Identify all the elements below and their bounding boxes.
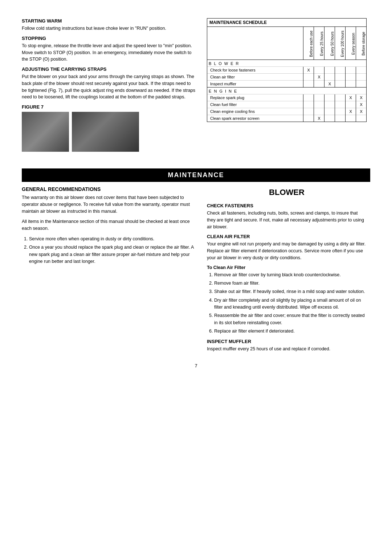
mark: X <box>314 115 324 122</box>
mark <box>346 115 356 122</box>
mark <box>303 115 314 122</box>
mark <box>324 115 335 122</box>
mark <box>314 80 324 87</box>
figure-image-1 <box>22 112 69 152</box>
general-recommendations-para1: The warranty on this air blower does not… <box>22 194 196 215</box>
to-clean-heading: To Clean Air Filter <box>207 265 367 270</box>
mark <box>335 66 346 73</box>
top-section: STARTING WARM Follow cold starting instr… <box>22 18 370 156</box>
mark <box>324 66 335 73</box>
mark <box>314 66 324 73</box>
engine-section-label: E N G I N E <box>207 87 366 94</box>
col-header-storage: Before storage <box>356 27 366 60</box>
item-check-fasteners: Check for loose fasteners <box>207 66 303 73</box>
mark <box>356 66 366 73</box>
mark <box>324 73 335 80</box>
figure-label: FIGURE 7 <box>22 104 196 110</box>
col-header-25: Every 25 hours <box>314 27 324 60</box>
figure-images <box>22 112 196 152</box>
check-fasteners-text: Check all fasteners, including nuts, bol… <box>207 210 367 230</box>
blower-title: BLOWER <box>207 188 367 197</box>
col-header-season: Every season <box>346 27 356 60</box>
check-fasteners-heading: CHECK FASTENERS <box>207 203 367 208</box>
table-row: Replace spark plug X X <box>207 94 366 101</box>
list-item: Dry air filter completely and oil slight… <box>214 297 367 311</box>
mark <box>356 115 366 122</box>
stopping-text: To stop engine, release the throttle lev… <box>22 42 196 63</box>
bottom-section: GENERAL RECOMMENDATIONS The warranty on … <box>22 186 370 356</box>
mark <box>346 80 356 87</box>
mark: X <box>314 73 324 80</box>
mark <box>346 73 356 80</box>
mark <box>356 73 366 80</box>
mark: X <box>356 108 366 115</box>
mark <box>335 115 346 122</box>
col-header-before-each: Before each use <box>303 27 314 60</box>
mark <box>303 101 314 108</box>
mark <box>314 94 324 101</box>
list-item: Shake out air filter. If heavily soiled,… <box>214 288 367 295</box>
mark <box>324 108 335 115</box>
to-clean-list: Remove air filter cover by turning black… <box>214 272 367 335</box>
item-inspect-muffler: Inspect muffler <box>207 80 303 87</box>
right-column: MAINTENANCE SCHEDULE Before each use Eve… <box>207 18 367 156</box>
figure-image-2 <box>72 112 139 152</box>
item-clean-spark-arrestor: Clean spark arrestor screen <box>207 115 303 122</box>
mark <box>335 108 346 115</box>
blower-section-row: B L O W E R <box>207 60 366 66</box>
page-number: 7 <box>22 363 370 368</box>
table-row: Check for loose fasteners X <box>207 66 366 73</box>
table-row: Clean fuel filter X <box>207 101 366 108</box>
list-item: Once a year you should replace the spark… <box>29 244 196 265</box>
engine-section-row: E N G I N E <box>207 87 366 94</box>
mark <box>335 94 346 101</box>
mark <box>356 80 366 87</box>
page: STARTING WARM Follow cold starting instr… <box>0 0 392 558</box>
general-recommendations-para2: All items in the Maintenance section of … <box>22 218 196 232</box>
mark <box>303 94 314 101</box>
maintenance-schedule-table: MAINTENANCE SCHEDULE Before each use Eve… <box>207 18 367 122</box>
mark <box>314 108 324 115</box>
mark <box>346 101 356 108</box>
clean-air-filter-heading: CLEAN AIR FILTER <box>207 234 367 239</box>
mark <box>335 101 346 108</box>
schedule-title: MAINTENANCE SCHEDULE <box>207 19 366 27</box>
starting-warm-text: Follow cold starting instructions but le… <box>22 25 196 32</box>
col-header-item <box>207 27 303 60</box>
mark: X <box>303 66 314 73</box>
item-replace-spark-plug: Replace spark plug <box>207 94 303 101</box>
clean-air-filter-text: Your engine will not run properly and ma… <box>207 241 367 261</box>
list-item: Reassemble the air filter and cover; ens… <box>214 312 367 326</box>
item-clean-cooling-fins: Clean engine cooling fins <box>207 108 303 115</box>
maintenance-banner: MAINTENANCE <box>22 168 370 182</box>
mark <box>324 94 335 101</box>
mark <box>314 101 324 108</box>
mark: X <box>346 108 356 115</box>
table-row: Clean spark arrestor screen X <box>207 115 366 122</box>
general-recommendations-heading: GENERAL RECOMMENDATIONS <box>22 186 196 192</box>
mark <box>335 73 346 80</box>
left-column: STARTING WARM Follow cold starting instr… <box>22 18 196 156</box>
list-item: Replace air filter element if deteriorat… <box>214 328 367 335</box>
inspect-muffler-text: Inspect muffler every 25 hours of use an… <box>207 346 367 353</box>
blower-section-label: B L O W E R <box>207 60 366 66</box>
table-row: Inspect muffler X <box>207 80 366 87</box>
table-row: Clean engine cooling fins X X <box>207 108 366 115</box>
col-header-50: Every 50 hours <box>324 27 335 60</box>
list-item: Remove foam air filter. <box>214 280 367 287</box>
mark: X <box>356 94 366 101</box>
mark: X <box>324 80 335 87</box>
inspect-muffler-heading: INSPECT MUFFLER <box>207 339 367 344</box>
bottom-right: BLOWER CHECK FASTENERS Check all fastene… <box>207 186 367 356</box>
mark <box>303 73 314 80</box>
general-recommendations-list: Service more often when operating in dus… <box>29 236 196 265</box>
list-item: Remove air filter cover by turning black… <box>214 272 367 278</box>
mark <box>303 108 314 115</box>
adjusting-text: Put the blower on your back and your arm… <box>22 73 196 101</box>
bottom-left: GENERAL RECOMMENDATIONS The warranty on … <box>22 186 196 356</box>
mark <box>324 101 335 108</box>
item-clean-air-filter: Clean air filter <box>207 73 303 80</box>
item-clean-fuel-filter: Clean fuel filter <box>207 101 303 108</box>
adjusting-heading: ADJUSTING THE CARRYING STRAPS <box>22 66 196 72</box>
stopping-heading: STOPPING <box>22 36 196 41</box>
